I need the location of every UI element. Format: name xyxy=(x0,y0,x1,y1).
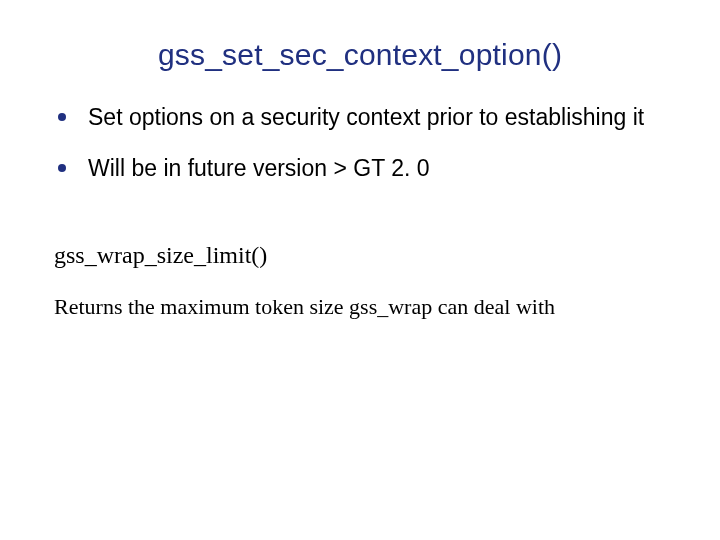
list-item: Set options on a security context prior … xyxy=(54,102,666,133)
slide: gss_set_sec_context_option() Set options… xyxy=(0,0,720,540)
list-item: Will be in future version > GT 2. 0 xyxy=(54,153,666,184)
slide-title: gss_set_sec_context_option() xyxy=(54,38,666,72)
bullet-text: Set options on a security context prior … xyxy=(88,104,644,130)
bullet-icon xyxy=(58,113,66,121)
body-text: Returns the maximum token size gss_wrap … xyxy=(54,293,666,322)
bullet-icon xyxy=(58,164,66,172)
bullet-list: Set options on a security context prior … xyxy=(54,102,666,184)
bullet-text: Will be in future version > GT 2. 0 xyxy=(88,155,430,181)
subheading: gss_wrap_size_limit() xyxy=(54,242,666,269)
